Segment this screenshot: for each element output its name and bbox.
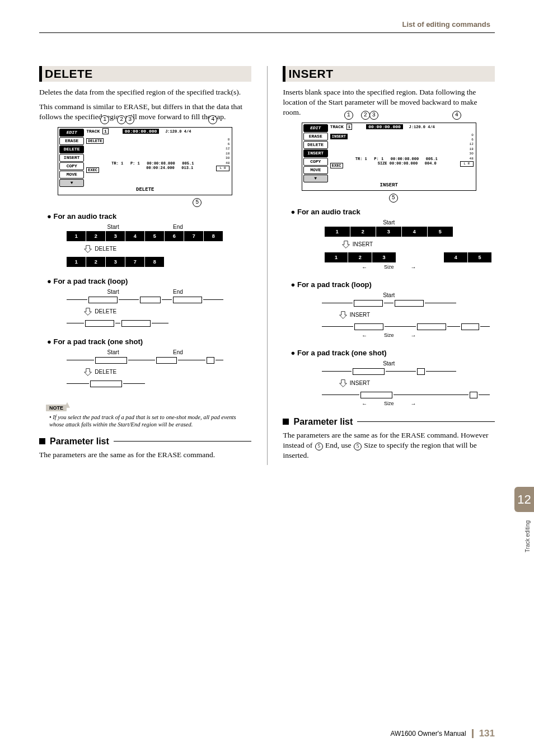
insert-padloop-diagram: Start INSERT ←Size→ xyxy=(322,292,456,339)
delete-desc-1: Deletes the data from the specified regi… xyxy=(39,87,251,97)
delete-padloop-head: For a pad track (loop) xyxy=(47,277,251,285)
param-title: Parameter list xyxy=(293,417,353,427)
param-title: Parameter list xyxy=(50,436,109,447)
delete-heading-text: DELETE xyxy=(45,67,247,81)
sig: 4/4 xyxy=(184,129,191,134)
tab-erase: ERASE xyxy=(303,133,328,140)
m2: 013.1 xyxy=(181,166,193,170)
arrow-icon: DELETE xyxy=(83,243,223,255)
tab-edit: EDIT xyxy=(59,129,84,137)
insert-desc-1: Inserts blank space into the specified r… xyxy=(283,87,495,118)
insert-heading: INSERT xyxy=(283,66,495,82)
tr: TR: 1 xyxy=(111,161,123,166)
delete-audio-head: For an audio track xyxy=(47,212,251,220)
callout-4: 4 xyxy=(452,111,461,120)
callout-5: 5 xyxy=(389,194,398,203)
delete-param-text: The parameters are the same as for the E… xyxy=(39,450,251,460)
lbl-track: TRACK xyxy=(330,124,344,129)
tab-delete: DELETE xyxy=(59,145,84,153)
circled-5a: 5 xyxy=(315,443,323,450)
delete-param-head: Parameter list xyxy=(39,436,251,447)
track-num: 1 xyxy=(102,128,109,134)
tab-insert: INSERT xyxy=(303,149,328,157)
subtab-insert: INSERT xyxy=(330,134,348,139)
chapter-label: Track editing xyxy=(524,520,531,552)
track-num: 1 xyxy=(346,124,353,130)
tab-copy: COPY xyxy=(59,162,84,170)
insert-heading-text: INSERT xyxy=(288,67,490,81)
position: 00:00:00.000 xyxy=(123,129,160,134)
insert-padone-diagram: Start INSERT ←Size→ xyxy=(322,360,456,407)
screenshot-tabs: EDIT ERASE DELETE INSERT COPY MOVE ▼ xyxy=(59,129,84,194)
tab-erase: ERASE xyxy=(59,137,84,145)
footer: AW1600 Owner's Manual 131 xyxy=(39,728,495,739)
insert-param-text: The parameters are the same as for the E… xyxy=(283,430,495,461)
tab-delete: DELETE xyxy=(303,141,328,149)
size: SIZE 00:00:08.000 xyxy=(378,161,418,166)
chapter-tab: 12 xyxy=(514,487,534,512)
sig: 4/4 xyxy=(428,125,435,129)
tab-down: ▼ xyxy=(59,179,84,187)
insert-param-head: Parameter list xyxy=(283,417,495,427)
tab-move: MOVE xyxy=(303,166,328,174)
insert-padone-head: For a pad track (one shot) xyxy=(291,349,495,357)
meter: 0 6 12 18 30 48 L R xyxy=(460,133,474,181)
delete-padone-diagram: StartEnd DELETE xyxy=(67,349,223,388)
subtab-exec: EXEC xyxy=(86,167,99,173)
insert-audio-diagram: Start 1 2 3 4 5 INSERT 1 2 3 xyxy=(325,219,453,270)
screenshot-caption: INSERT xyxy=(302,182,476,188)
callout-1: 1 xyxy=(100,115,109,124)
from: 00:00:08.000 xyxy=(391,157,419,161)
callout-3: 3 xyxy=(125,115,134,124)
from: 00:00:08.000 xyxy=(147,161,175,166)
size-label: Size xyxy=(384,264,394,270)
arrow-icon: INSERT xyxy=(339,309,456,321)
size-label: Size xyxy=(384,401,394,406)
delete-padloop-diagram: StartEnd DELETE xyxy=(67,289,223,327)
tempo: J:120.0 xyxy=(409,125,425,129)
tab-move: MOVE xyxy=(59,171,84,179)
screenshot-tabs: EDIT ERASE DELETE INSERT COPY MOVE ▼ xyxy=(303,124,328,189)
manual-name: AW1600 Owner's Manual xyxy=(390,730,466,738)
note-tag: NOTE xyxy=(46,405,67,411)
callout-2: 2 xyxy=(361,111,370,120)
page-number: 131 xyxy=(479,728,495,739)
tr: TR: 1 xyxy=(355,157,367,161)
size-label: Size xyxy=(384,332,394,338)
delete-heading: DELETE xyxy=(39,66,251,82)
arrow-icon: DELETE xyxy=(83,306,223,318)
m1: 005.1 xyxy=(426,157,438,161)
square-icon xyxy=(283,419,289,425)
tab-insert: INSERT xyxy=(59,154,84,162)
header-rule xyxy=(39,32,495,33)
lbl-track: TRACK xyxy=(86,129,100,134)
tab-down: ▼ xyxy=(303,175,328,182)
arrow-icon: INSERT xyxy=(341,238,453,251)
params-area: TR: 1 P: 1 00:00:08.000 005.1 00:00:24.0… xyxy=(111,161,194,170)
circled-5b: 5 xyxy=(354,443,362,450)
subtab-delete: DELETE xyxy=(86,138,104,144)
insert-padloop-head: For a pad track (loop) xyxy=(291,280,495,289)
screenshot-topbar: TRACK 1 00:00:00.000 J:120.0 4/4 xyxy=(330,124,474,132)
subtab-exec: EXEC xyxy=(330,163,343,168)
delete-screenshot: 1 2 3 4 5 EDIT ERASE DELETE INSERT COPY … xyxy=(58,127,232,195)
callout-5: 5 xyxy=(193,198,202,207)
callout-3: 3 xyxy=(369,111,378,120)
tempo: J:120.0 xyxy=(165,129,181,134)
delete-desc-2: This command is similar to ERASE, but di… xyxy=(39,102,251,122)
arrow-icon: INSERT xyxy=(339,377,456,389)
arrow-icon: DELETE xyxy=(83,366,223,378)
delete-padone-head: For a pad track (one shot) xyxy=(47,337,251,346)
callout-1: 1 xyxy=(344,111,353,120)
delete-audio-diagram: StartEnd 1 2 3 4 5 6 7 8 DELETE 1 xyxy=(67,224,223,267)
square-icon xyxy=(39,438,45,444)
m2: 004.0 xyxy=(425,161,437,166)
to: 00:00:24.000 xyxy=(146,166,174,170)
insert-screenshot: 1 2 3 4 5 EDIT ERASE DELETE INSERT COPY … xyxy=(302,123,476,191)
tab-copy: COPY xyxy=(303,158,328,166)
meter: 0 6 12 18 30 48 L R xyxy=(216,138,229,186)
screenshot-topbar: TRACK 1 00:00:00.000 J:120.0 4/4 xyxy=(86,129,229,137)
position: 00:00:00.000 xyxy=(366,124,403,129)
header-title: List of editing commands xyxy=(402,20,490,29)
screenshot-caption: DELETE xyxy=(58,187,232,192)
